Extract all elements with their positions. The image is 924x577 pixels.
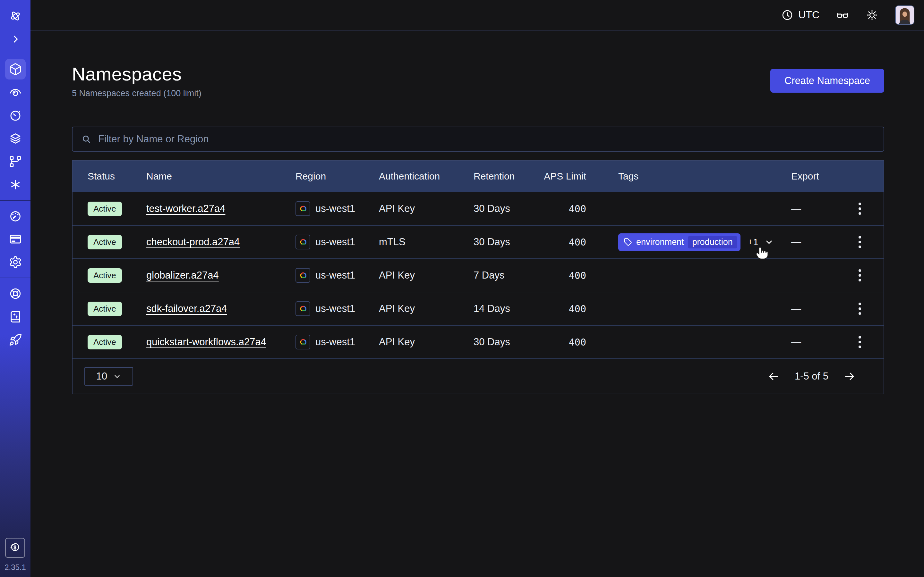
namespace-link[interactable]: quickstart-workflows.a27a4 [146,336,266,348]
sidebar-item-deployments[interactable] [0,150,31,173]
money-badge-icon [9,542,21,554]
retention-value: 7 Days [459,269,531,281]
credit-card-icon [9,232,22,246]
lifebuoy-icon [9,287,22,300]
sidebar-item-docs[interactable] [0,305,31,328]
status-badge: Active [87,235,122,250]
table-row: Active sdk-failover.a27a4 us-west1 API K… [73,292,884,325]
region-value: us-west1 [315,336,355,348]
rocket-icon [9,333,22,347]
page-subtitle: 5 Namespaces created (100 limit) [72,89,202,98]
arrow-left-icon[interactable] [767,370,780,383]
sidebar-item-batch[interactable] [0,173,31,196]
filter-input[interactable] [98,133,875,145]
sidebar-item-logo[interactable] [0,5,31,27]
tag-icon [624,237,632,247]
sidebar-expand-button[interactable] [0,27,31,51]
aps-limit-value: 400 [531,203,606,214]
sidebar-item-settings[interactable] [0,251,31,274]
sidebar-item-usage[interactable] [0,205,31,227]
namespace-link[interactable]: sdk-failover.a27a4 [146,303,227,314]
aps-limit-value: 400 [531,237,606,248]
page-size-value: 10 [96,371,107,382]
page-title: Namespaces [72,63,202,85]
chevron-right-icon [10,34,21,45]
row-menu-button[interactable] [857,334,863,350]
export-dash: — [791,203,801,214]
column-header: Status [73,171,132,182]
workflow-branch-icon [9,155,22,168]
namespace-link[interactable]: checkout-prod.a27a4 [146,236,240,248]
gauge-icon [9,210,22,223]
pager: 1-5 of 5 [767,370,856,383]
table-row: Active globalizer.a27a4 us-west1 API Key… [73,258,884,292]
sidebar-item-insights[interactable] [0,81,31,104]
page-header: Namespaces 5 Namespaces created (100 lim… [72,63,884,98]
sidebar-item-billing[interactable] [0,227,31,251]
layers-icon [9,132,22,145]
user-avatar[interactable] [895,5,914,25]
column-header: Authentication [365,171,459,182]
sidebar-item-schedules[interactable] [0,104,31,127]
auth-value: API Key [365,203,459,214]
sidebar-item-namespaces[interactable] [0,58,31,81]
export-dash: — [791,269,801,281]
status-badge: Active [87,201,122,216]
glasses-icon[interactable] [836,9,849,21]
aps-limit-value: 400 [531,337,606,348]
active-nav-tile [5,59,26,79]
sidebar-divider [0,277,31,278]
auth-value: mTLS [365,236,459,248]
region-value: us-west1 [315,203,355,214]
tags-more-count: +1 [748,237,758,247]
timezone-button[interactable]: UTC [781,9,819,21]
export-dash: — [791,303,801,314]
sidebar-item-support[interactable] [0,282,31,305]
page-size-select[interactable]: 10 [84,367,133,386]
namespace-link[interactable]: test-worker.a27a4 [146,203,225,214]
row-menu-button[interactable] [857,268,863,284]
retention-value: 30 Days [459,203,531,214]
tag-badge[interactable]: environment production [618,234,740,251]
topbar: UTC [31,0,924,31]
chevron-down-icon[interactable] [764,237,774,247]
sun-icon[interactable] [866,9,879,21]
app-version: 2.35.1 [5,563,26,572]
column-header: APS Limit [531,171,606,182]
aps-limit-value: 400 [531,303,606,314]
namespaces-table: Status Name Region Authentication Retent… [72,160,884,394]
arrow-right-icon[interactable] [843,370,856,383]
region-value: us-west1 [315,303,355,314]
sidebar-item-credits[interactable] [5,538,25,558]
sidebar-bottom: 2.35.1 [5,538,26,577]
row-menu-button[interactable] [857,201,863,217]
book-sparkles-icon [9,310,22,324]
eye-icon [9,85,22,99]
tag-value: production [688,236,737,248]
sidebar-divider [0,200,31,201]
status-badge: Active [87,268,122,283]
export-dash: — [791,336,801,348]
gcp-cloud-icon [296,268,310,283]
column-header: Tags [606,171,783,182]
status-badge: Active [87,301,122,316]
namespace-link[interactable]: globalizer.a27a4 [146,269,219,281]
aps-limit-value: 400 [531,270,606,281]
sidebar-item-stacks[interactable] [0,127,31,150]
row-menu-button[interactable] [857,301,863,317]
filter-box [72,127,884,152]
create-namespace-button[interactable]: Create Namespace [771,69,884,93]
column-header: Name [132,171,281,182]
row-menu-button[interactable] [857,234,863,250]
temporal-logo [9,9,22,23]
avatar-image [896,6,914,24]
sidebar: 2.35.1 [0,0,31,577]
status-badge: Active [87,335,122,350]
clock-icon [781,9,794,21]
gear-icon [9,255,22,269]
asterisk-icon [9,178,22,191]
main-content: Namespaces 5 Namespaces created (100 lim… [31,31,924,394]
search-icon [81,134,92,145]
cube-icon [9,63,22,76]
sidebar-item-getting-started[interactable] [0,328,31,351]
